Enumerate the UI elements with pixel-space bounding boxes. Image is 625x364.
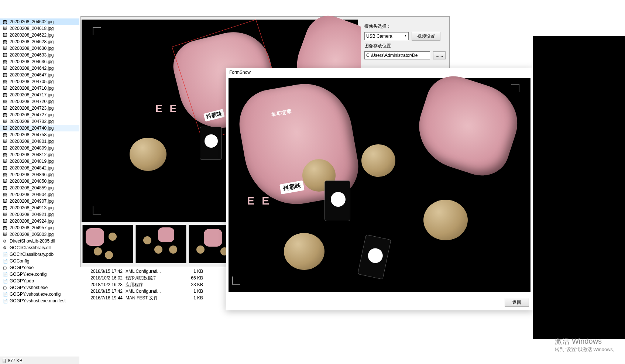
crop-corner-bl-icon [93, 206, 101, 214]
detail-size: 1 KB [177, 295, 203, 301]
file-row[interactable]: 20200208_204846.jpg [0, 171, 79, 178]
file-name-label: 20200208_204710.jpg [10, 86, 54, 91]
details-row[interactable]: 2018/10/2 16:02程序调试数据库66 KB [81, 275, 225, 281]
file-row[interactable]: 20200208_204921.jpg [0, 211, 79, 218]
details-row[interactable]: 2018/8/15 17:42XML Configurati...1 KB [81, 268, 225, 275]
file-row[interactable]: 20200208_204727.jpg [0, 111, 79, 118]
file-name-label: 20200208_204924.jpg [10, 219, 54, 224]
camera-select[interactable]: USB Camera [364, 32, 409, 40]
file-row[interactable]: 20200208_204647.jpg [0, 72, 79, 78]
file-name-label: 20200208_204633.jpg [10, 52, 54, 58]
detail-size: 23 KB [177, 282, 203, 287]
file-name-label: 20200208_204812.jpg [10, 152, 54, 157]
file-row[interactable]: 20200208_204907.jpg [0, 198, 79, 205]
file-row[interactable]: GOGPY.vshost.exe.manifest [0, 298, 79, 304]
file-row[interactable]: 20200208_204618.jpg [0, 25, 79, 32]
file-row[interactable]: 20200208_204705.jpg [0, 78, 79, 85]
detail-size: 66 KB [177, 275, 203, 281]
file-name-label: 20200208_204723.jpg [10, 106, 54, 111]
file-name-label: 20200208_204904.jpg [10, 192, 54, 197]
cfg-file-icon [3, 258, 8, 264]
detail-date: 2018/10/2 16:23 [81, 282, 126, 287]
dll-file-icon [3, 238, 8, 244]
img-file-icon [3, 79, 8, 84]
img-file-icon [3, 46, 8, 51]
file-row[interactable]: 20200208_204602.jpg [0, 18, 79, 25]
file-row[interactable]: GOClrClasslibrary.pdb [0, 251, 79, 258]
img-file-icon [3, 66, 8, 71]
file-row[interactable]: 20200208_204628.jpg [0, 38, 79, 45]
file-row[interactable]: 20200208_204842.jpg [0, 165, 79, 171]
file-row[interactable]: 20200208_204913.jpg [0, 205, 79, 211]
file-row[interactable]: 20200208_204904.jpg [0, 191, 79, 198]
file-row[interactable]: 20200208_204717.jpg [0, 92, 79, 98]
img-file-icon [3, 139, 8, 144]
file-row[interactable]: 20200208_204723.jpg [0, 105, 79, 111]
details-row[interactable]: 2016/7/16 19:44MANIFEST 文件1 KB [81, 295, 225, 301]
thumbnail[interactable] [135, 225, 186, 263]
file-row[interactable]: 20200208_204801.jpg [0, 138, 79, 145]
file-name-label: 20200208_204705.jpg [10, 79, 54, 84]
file-row[interactable]: 20200208_204740.jpg [0, 125, 79, 131]
thumbnail[interactable] [82, 225, 133, 263]
img-file-icon [3, 32, 8, 38]
details-row[interactable]: 2018/8/15 17:42XML Configurati...1 KB [81, 288, 225, 295]
formshow-image: E E [229, 78, 530, 292]
file-name-label: 20200208_204846.jpg [10, 172, 54, 177]
file-name-label: GOConfig [10, 258, 29, 264]
file-row[interactable]: 20200208_204819.jpg [0, 158, 79, 165]
crop-corner-bl-icon [232, 277, 240, 285]
file-row[interactable]: 20200208_204809.jpg [0, 145, 79, 151]
file-row[interactable]: 20200208_204758.jpg [0, 131, 79, 138]
file-row[interactable]: GOGPY.vshost.exe.config [0, 291, 79, 298]
file-row[interactable]: GOGPY.exe [0, 264, 79, 271]
file-row[interactable]: 20200208_204710.jpg [0, 85, 79, 92]
file-name-label: GOClrClasslibrary.dll [10, 245, 51, 250]
img-file-icon [3, 219, 8, 224]
file-row[interactable]: 20200208_205003.jpg [0, 231, 79, 238]
file-row[interactable]: 20200208_204957.jpg [0, 224, 79, 231]
save-path-input[interactable] [364, 51, 430, 59]
file-row[interactable]: 20200208_204812.jpg [0, 151, 79, 158]
file-name-label: 20200208_204732.jpg [10, 119, 54, 124]
image-object [361, 144, 395, 177]
formshow-title: FormShow [226, 68, 533, 76]
file-name-label: GOGPY.vshost.exe [10, 285, 48, 290]
background-dark-panel [533, 36, 625, 339]
file-row[interactable]: 20200208_204859.jpg [0, 185, 79, 191]
return-button[interactable]: 返回 [505, 298, 529, 307]
file-row[interactable]: 20200208_204642.jpg [0, 65, 79, 72]
file-row[interactable]: GOConfig [0, 258, 79, 264]
file-name-label: DirectShowLib-2005.dll [10, 238, 55, 244]
img-file-icon [3, 52, 8, 58]
file-row[interactable]: 20200208_204924.jpg [0, 218, 79, 224]
file-row[interactable]: 20200208_204622.jpg [0, 32, 79, 38]
browse-button[interactable]: ...... [433, 51, 446, 59]
exe-file-icon [3, 285, 8, 290]
file-row[interactable]: DirectShowLib-2005.dll [0, 238, 79, 244]
video-settings-button[interactable]: 视频设置 [412, 32, 440, 41]
file-row[interactable]: GOClrClasslibrary.dll [0, 244, 79, 251]
file-row[interactable]: 20200208_204630.jpg [0, 45, 79, 52]
file-name-label: 20200208_204907.jpg [10, 199, 54, 204]
pdb-file-icon [3, 278, 8, 284]
file-row[interactable]: 20200208_204850.jpg [0, 178, 79, 185]
file-name-label: 20200208_204819.jpg [10, 159, 54, 164]
file-name-label: 20200208_204628.jpg [10, 39, 54, 44]
img-file-icon [3, 199, 8, 204]
details-row[interactable]: 2018/10/2 16:23应用程序23 KB [81, 281, 225, 288]
file-row[interactable]: GOGPY.exe.config [0, 271, 79, 278]
file-row[interactable]: 20200208_204636.jpg [0, 58, 79, 65]
file-name-label: 20200208_204647.jpg [10, 72, 54, 78]
file-explorer-list[interactable]: 20200208_204602.jpg20200208_204618.jpg20… [0, 18, 79, 343]
file-row[interactable]: 20200208_204633.jpg [0, 52, 79, 58]
man-file-icon [3, 298, 8, 303]
formshow-window: FormShow E E 返回 [226, 68, 533, 310]
file-row[interactable]: GOGPY.vshost.exe [0, 284, 79, 291]
img-file-icon [3, 99, 8, 104]
file-row[interactable]: GOGPY.pdb [0, 278, 79, 284]
file-name-label: 20200208_204717.jpg [10, 92, 54, 97]
status-text: 目 877 KB [2, 358, 23, 363]
file-row[interactable]: 20200208_204732.jpg [0, 118, 79, 125]
file-row[interactable]: 20200208_204720.jpg [0, 98, 79, 105]
